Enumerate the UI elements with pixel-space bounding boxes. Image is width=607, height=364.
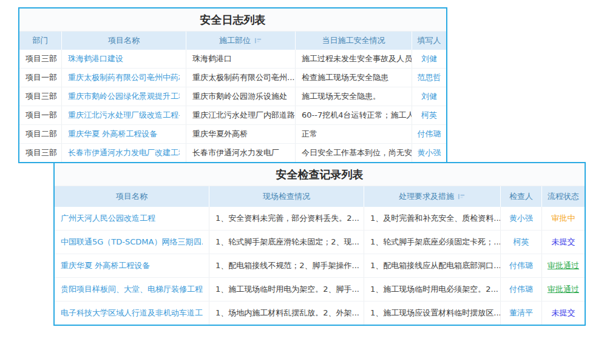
- measures-cell: 1、及时完善和补充安全、质检资料...: [364, 207, 501, 230]
- writer-cell: 刘健: [412, 87, 446, 106]
- dept-cell: 项目一部: [19, 106, 62, 124]
- project-link[interactable]: 重庆华夏 外高桥工程设备: [61, 260, 150, 271]
- inspector-cell: 柯英: [501, 231, 542, 254]
- status-badge[interactable]: 未提交: [552, 237, 575, 248]
- inspection-body: 广州天河人民公园改造工程 1、安全资料未完善，部分资料丢失。2... 1、及时完…: [55, 207, 585, 325]
- inspection-record-title: 安全检查记录列表: [55, 163, 585, 186]
- status-cell: 审批通过: [542, 278, 585, 301]
- sort-bars-icon[interactable]: [254, 37, 262, 45]
- project-link[interactable]: 重庆太极制药有限公司亳州中药材仓...: [68, 72, 180, 83]
- table-row: 项目一部 重庆太极制药有限公司亳州中药材仓... 重庆太极制药有限公司亳州...…: [19, 68, 446, 87]
- table-row: 中国联通5G（TD-SCDMA）网络三期四... 1、轮式脚手架底座滑轮未固定；…: [55, 230, 585, 254]
- inspection-cell: 1、场地内施工材料乱摆乱放。2、外架...: [209, 302, 364, 325]
- log-col-project: 项目名称: [62, 32, 186, 50]
- table-row: 电子科技大学区域人行道及非机动车道工... 1、场地内施工材料乱摆乱放。2、外架…: [55, 301, 585, 325]
- project-link[interactable]: 贵阳项目样板间、大堂、电梯厅装修工程: [61, 284, 203, 295]
- project-link[interactable]: 重庆江北污水处理厂级改造工程-道路...: [68, 110, 180, 121]
- measures-cell: 1、施工现场临时用电必须架空。2...: [364, 278, 501, 301]
- insp-col-status: 流程状态: [542, 186, 585, 207]
- writer-cell: 刘健: [412, 50, 446, 68]
- dept-cell: 项目一部: [19, 69, 62, 87]
- project-cell: 重庆华夏 外高桥工程设备: [62, 125, 186, 143]
- log-col-situation: 当日施工安全情况: [296, 32, 412, 50]
- status-cell: 审批中: [542, 207, 585, 230]
- status-badge[interactable]: 审批中: [552, 213, 575, 224]
- location-cell: 珠海鹤港口: [186, 50, 296, 68]
- safety-log-body: 项目三部 珠海鹤港口建设 珠海鹤港口 施工过程未发生安全事故及人员受伤情况 刘健…: [19, 50, 446, 162]
- inspector-cell: 黄小强: [501, 207, 542, 230]
- sort-bars-icon[interactable]: [458, 193, 466, 201]
- measures-cell: 1、轮式脚手架底座必须固定卡死；...: [364, 231, 501, 254]
- project-link[interactable]: 重庆华夏 外高桥工程设备: [68, 129, 157, 140]
- table-row: 项目一部 重庆江北污水处理厂级改造工程-道路... 重庆江北污水处理厂内部道路 …: [19, 106, 446, 124]
- measures-cell: 1、配电箱接线应从配电箱底部洞口...: [364, 254, 501, 277]
- project-cell: 长春市伊通河水力发电厂改建工程: [62, 144, 186, 162]
- inspection-header-row: 项目名称 现场检查情况 处理要求及措施 检查人 流程状态: [55, 186, 585, 207]
- writer-link[interactable]: 范思哲: [418, 72, 441, 83]
- project-cell: 珠海鹤港口建设: [62, 50, 186, 68]
- status-badge[interactable]: 未提交: [552, 308, 575, 318]
- writer-cell: 黄小强: [412, 144, 446, 162]
- table-row: 项目二部 重庆华夏 外高桥工程设备 重庆华夏外高桥 正常 付伟璐: [19, 124, 446, 143]
- log-col-location[interactable]: 施工部位: [186, 32, 296, 50]
- situation-cell: 60--7挖机4台运转正常；施工人员无违...: [296, 106, 412, 124]
- project-cell: 贵阳项目样板间、大堂、电梯厅装修工程: [55, 278, 209, 301]
- project-link[interactable]: 重庆市鹅岭公园绿化景观提升工程施工: [68, 91, 180, 102]
- insp-col-measures[interactable]: 处理要求及措施: [364, 186, 501, 207]
- inspector-link[interactable]: 付伟璐: [509, 284, 533, 295]
- writer-cell: 付伟璐: [412, 125, 446, 143]
- inspector-link[interactable]: 柯英: [514, 237, 529, 248]
- insp-col-inspection: 现场检查情况: [209, 186, 364, 207]
- writer-link[interactable]: 柯英: [421, 110, 437, 121]
- log-col-location-label: 施工部位: [219, 35, 251, 46]
- safety-log-header-row: 部门 项目名称 施工部位 当日施工安全情况 填写人: [19, 32, 446, 50]
- safety-log-table: 安全日志列表 部门 项目名称 施工部位 当日施工安全情况 填写人 项目三部 珠海…: [18, 7, 447, 163]
- situation-cell: 施工现场无安全隐患。: [296, 87, 412, 106]
- project-link[interactable]: 电子科技大学区域人行道及非机动车道工...: [61, 308, 203, 318]
- writer-link[interactable]: 黄小强: [418, 147, 441, 158]
- situation-cell: 正常: [296, 125, 412, 143]
- inspection-cell: 1、轮式脚手架底座滑轮未固定；2、现...: [209, 231, 364, 254]
- project-link[interactable]: 珠海鹤港口建设: [68, 53, 123, 64]
- dept-cell: 项目三部: [19, 50, 62, 68]
- situation-cell: 今日安全工作基本到位，尚无安全隐患...: [296, 144, 412, 162]
- project-cell: 重庆市鹅岭公园绿化景观提升工程施工: [62, 87, 186, 106]
- status-badge[interactable]: 审批通过: [548, 284, 579, 295]
- insp-col-inspector: 检查人: [501, 186, 542, 207]
- status-cell: 审批通过: [542, 254, 585, 277]
- insp-col-measures-label: 处理要求及措施: [399, 191, 454, 202]
- location-cell: 重庆太极制药有限公司亳州...: [186, 69, 296, 87]
- status-badge[interactable]: 审批通过: [548, 260, 579, 271]
- table-row: 广州天河人民公园改造工程 1、安全资料未完善，部分资料丢失。2... 1、及时完…: [55, 207, 585, 230]
- dept-cell: 项目二部: [19, 125, 62, 143]
- writer-link[interactable]: 刘健: [421, 91, 437, 102]
- insp-col-project: 项目名称: [55, 186, 209, 207]
- safety-log-title: 安全日志列表: [19, 8, 446, 32]
- status-cell: 未提交: [542, 231, 585, 254]
- inspector-link[interactable]: 董清平: [509, 308, 533, 318]
- writer-link[interactable]: 付伟璐: [418, 129, 441, 140]
- writer-cell: 范思哲: [412, 69, 446, 87]
- location-cell: 重庆华夏外高桥: [186, 125, 296, 143]
- project-cell: 重庆华夏 外高桥工程设备: [55, 254, 209, 277]
- table-row: 项目三部 重庆市鹅岭公园绿化景观提升工程施工 重庆市鹅岭公园游乐设施处 施工现场…: [19, 87, 446, 106]
- project-link[interactable]: 广州天河人民公园改造工程: [61, 213, 155, 224]
- inspector-link[interactable]: 黄小强: [509, 213, 533, 224]
- dept-cell: 项目三部: [19, 87, 62, 106]
- location-cell: 重庆市鹅岭公园游乐设施处: [186, 87, 296, 106]
- inspector-link[interactable]: 付伟璐: [509, 260, 533, 271]
- inspection-cell: 1、配电箱接线不规范；2、脚手架操作...: [209, 254, 364, 277]
- inspector-cell: 付伟璐: [501, 278, 542, 301]
- log-col-writer: 填写人: [412, 32, 446, 50]
- table-row: 项目三部 长春市伊通河水力发电厂改建工程 长春市伊通河水力发电厂 今日安全工作基…: [19, 143, 446, 162]
- project-link[interactable]: 长春市伊通河水力发电厂改建工程: [68, 147, 180, 158]
- inspection-cell: 1、施工现场临时用电为架空。2、脚手...: [209, 278, 364, 301]
- location-cell: 长春市伊通河水力发电厂: [186, 144, 296, 162]
- inspector-cell: 董清平: [501, 302, 542, 325]
- table-row: 项目三部 珠海鹤港口建设 珠海鹤港口 施工过程未发生安全事故及人员受伤情况 刘健: [19, 50, 446, 68]
- situation-cell: 检查施工现场无安全隐患: [296, 69, 412, 87]
- location-cell: 重庆江北污水处理厂内部道路: [186, 106, 296, 124]
- writer-link[interactable]: 刘健: [421, 53, 437, 64]
- project-link[interactable]: 中国联通5G（TD-SCDMA）网络三期四...: [61, 237, 203, 248]
- dept-cell: 项目三部: [19, 144, 62, 162]
